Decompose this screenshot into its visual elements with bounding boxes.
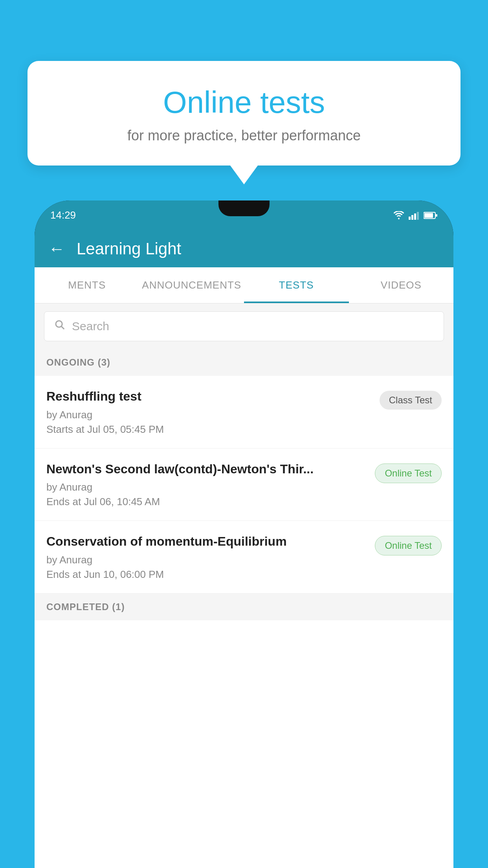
ongoing-section-header: ONGOING (3): [35, 349, 453, 376]
phone-frame: 14:29 ← Learning Light: [35, 200, 453, 868]
svg-rect-1: [411, 215, 413, 220]
test-author-conservation: by Anurag: [46, 554, 367, 566]
wifi-icon: [393, 211, 405, 220]
svg-rect-6: [436, 214, 437, 217]
test-author-newton: by Anurag: [46, 481, 367, 493]
status-bar: 14:29: [35, 200, 453, 230]
test-item-left-reshuffling: Reshuffling test by Anurag Starts at Jul…: [46, 388, 372, 436]
test-item-left-newton: Newton's Second law(contd)-Newton's Thir…: [46, 461, 367, 508]
completed-section-header: COMPLETED (1): [35, 594, 453, 620]
test-badge-conservation: Online Test: [375, 536, 442, 555]
svg-rect-3: [417, 212, 419, 220]
back-button[interactable]: ←: [48, 239, 65, 258]
phone-screen: MENTS ANNOUNCEMENTS TESTS VIDEOS: [35, 267, 453, 868]
status-icons: [393, 211, 438, 220]
tabs-bar: MENTS ANNOUNCEMENTS TESTS VIDEOS: [35, 267, 453, 303]
tab-announcements[interactable]: ANNOUNCEMENTS: [139, 267, 244, 303]
battery-icon: [424, 211, 438, 219]
status-time: 14:29: [50, 209, 76, 221]
app-header-title: Learning Light: [77, 239, 181, 258]
tab-ments[interactable]: MENTS: [35, 267, 139, 303]
test-name-newton: Newton's Second law(contd)-Newton's Thir…: [46, 461, 367, 478]
signal-icon: [409, 211, 420, 220]
bubble-subtitle: for more practice, better performance: [51, 127, 437, 144]
svg-rect-5: [424, 213, 433, 218]
app-header: ← Learning Light: [35, 230, 453, 267]
test-author-reshuffling: by Anurag: [46, 409, 372, 421]
svg-point-7: [56, 321, 62, 327]
test-date-newton: Ends at Jul 06, 10:45 AM: [46, 496, 367, 508]
test-badge-newton: Online Test: [375, 463, 442, 483]
svg-rect-0: [409, 217, 411, 220]
test-badge-reshuffling: Class Test: [380, 391, 442, 410]
test-date-reshuffling: Starts at Jul 05, 05:45 PM: [46, 423, 372, 436]
search-placeholder: Search: [72, 320, 109, 333]
test-name-conservation: Conservation of momentum-Equilibrium: [46, 533, 367, 550]
search-icon: [54, 319, 66, 334]
search-container: Search: [35, 303, 453, 349]
svg-line-8: [61, 326, 64, 329]
test-date-conservation: Ends at Jun 10, 06:00 PM: [46, 568, 367, 581]
tab-videos[interactable]: VIDEOS: [349, 267, 454, 303]
search-bar[interactable]: Search: [44, 311, 444, 341]
tab-tests[interactable]: TESTS: [244, 267, 349, 303]
test-item-reshuffling[interactable]: Reshuffling test by Anurag Starts at Jul…: [35, 376, 453, 449]
test-item-left-conservation: Conservation of momentum-Equilibrium by …: [46, 533, 367, 581]
bubble-title: Online tests: [51, 85, 437, 120]
test-item-newton[interactable]: Newton's Second law(contd)-Newton's Thir…: [35, 449, 453, 521]
test-name-reshuffling: Reshuffling test: [46, 388, 372, 405]
phone-notch: [218, 200, 270, 216]
test-item-conservation[interactable]: Conservation of momentum-Equilibrium by …: [35, 521, 453, 594]
speech-bubble: Online tests for more practice, better p…: [28, 61, 460, 166]
svg-rect-2: [414, 213, 416, 220]
